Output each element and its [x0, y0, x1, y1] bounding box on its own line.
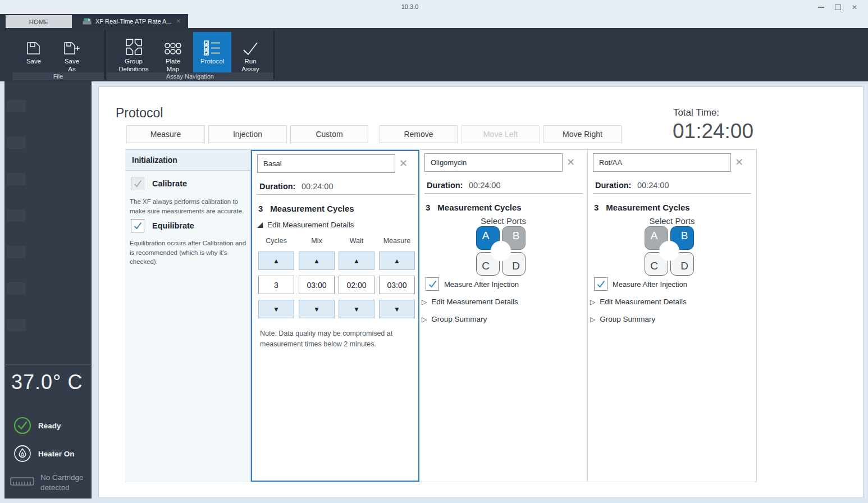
group-definitions-label-1: Group — [125, 58, 143, 65]
basal-edit-details-expander[interactable]: Edit Measurement Details — [257, 221, 354, 229]
protocol-steps-row: Initialization Calibrate The XF always p… — [125, 149, 757, 482]
wait-down-button[interactable]: ▼ — [339, 300, 374, 318]
basal-duration-value: 00:24:00 — [301, 182, 333, 191]
protocol-icon — [193, 32, 231, 56]
oligomycin-port-selector: A B C D — [476, 226, 526, 276]
measure-down-button[interactable]: ▼ — [379, 300, 415, 318]
down-arrow-icon: ▼ — [394, 305, 400, 313]
save-button[interactable]: Save — [16, 32, 52, 72]
protocol-label: Protocol — [193, 58, 231, 66]
rot-aa-name-input[interactable] — [593, 153, 731, 172]
spinner-header-cycles: Cycles — [258, 237, 294, 245]
oligomycin-name-input[interactable] — [424, 153, 563, 172]
remove-button[interactable]: Remove — [380, 125, 458, 143]
expander-collapsed-icon: ▷ — [422, 316, 427, 323]
content-panel: Protocol Measure Injection Custom Remove… — [98, 86, 864, 497]
maximize-button[interactable] — [830, 0, 846, 14]
up-arrow-icon: ▲ — [353, 257, 360, 265]
minimize-button[interactable] — [813, 0, 829, 14]
sidebar-divider — [6, 364, 90, 364]
oligomycin-select-ports-label: Select Ports — [419, 216, 587, 226]
basal-cycles-label: Measurement Cycles — [270, 204, 354, 213]
rot-aa-edit-details-label: Edit Measurement Details — [600, 298, 687, 306]
up-arrow-icon: ▲ — [313, 257, 320, 265]
rot-aa-remove-icon[interactable]: ✕ — [735, 156, 743, 168]
wait-value[interactable]: 02:00 — [339, 276, 374, 294]
save-as-icon — [54, 32, 90, 56]
cycles-up-button[interactable]: ▲ — [258, 252, 294, 270]
equilibrate-check-icon — [132, 220, 143, 231]
protocol-button[interactable]: Protocol — [193, 32, 231, 72]
oligomycin-cycles-line: 3Measurement Cycles — [426, 203, 522, 212]
rot-aa-group-summary-label: Group Summary — [600, 315, 655, 323]
rot-aa-measure-after-checkbox[interactable] — [594, 277, 607, 291]
rot-aa-cycles-count: 3 — [594, 203, 599, 212]
oligomycin-edit-details-expander[interactable]: ▷ Edit Measurement Details — [422, 298, 518, 306]
cartridge-label: No Cartridge detected — [40, 473, 92, 492]
basal-duration-label: Duration: — [259, 182, 295, 191]
rot-aa-group-summary-expander[interactable]: ▷ Group Summary — [590, 315, 655, 323]
expander-collapsed-icon: ▷ — [590, 316, 595, 323]
run-assay-label-2: Assay — [241, 66, 259, 72]
sidebar-placeholder — [7, 282, 26, 295]
minimize-icon — [818, 7, 824, 8]
move-right-button[interactable]: Move Right — [543, 125, 622, 143]
cycles-down-button[interactable]: ▼ — [258, 300, 294, 318]
initialization-header: Initialization — [125, 150, 250, 171]
mix-down-button[interactable]: ▼ — [299, 300, 335, 318]
calibrate-check-icon — [132, 178, 143, 189]
mix-value[interactable]: 03:00 — [299, 276, 335, 294]
expander-expanded-icon — [257, 222, 263, 228]
injection-button[interactable]: Injection — [208, 125, 287, 143]
oligomycin-remove-icon[interactable]: ✕ — [567, 156, 575, 168]
sidebar-placeholder — [7, 100, 26, 112]
tab-home[interactable]: HOME — [6, 15, 72, 28]
status-heater: Heater On — [13, 445, 75, 463]
expander-collapsed-icon: ▷ — [422, 299, 427, 305]
equilibrate-checkbox[interactable] — [131, 219, 144, 232]
tab-assay-file[interactable]: XF Real-Time ATP Rate A... ✕ — [77, 14, 185, 28]
window-title: 10.3.0 — [368, 3, 452, 10]
ribbon-separator — [273, 30, 275, 79]
up-arrow-icon: ▲ — [273, 257, 280, 265]
oligomycin-measure-after-checkbox[interactable] — [426, 277, 439, 291]
basal-cycles-count: 3 — [258, 204, 263, 213]
cartridge-icon — [10, 477, 35, 489]
heater-label: Heater On — [38, 450, 75, 458]
tab-home-label: HOME — [29, 19, 49, 25]
basal-step-panel[interactable]: ✕ Duration: 00:24:00 3Measurement Cycles… — [251, 150, 419, 482]
calibrate-label: Calibrate — [152, 179, 187, 188]
rot-aa-step-panel[interactable]: ✕ Duration: 00:24:00 3Measurement Cycles… — [588, 150, 757, 482]
oligomycin-group-summary-label: Group Summary — [431, 315, 487, 323]
cycles-value[interactable]: 3 — [258, 276, 294, 294]
wait-up-button[interactable]: ▲ — [339, 252, 374, 270]
sidebar-placeholder — [7, 173, 26, 185]
plate-map-button[interactable]: PlateMap — [157, 32, 189, 72]
close-button[interactable]: ✕ — [847, 0, 862, 14]
tab-close-icon[interactable]: ✕ — [176, 18, 181, 24]
oligomycin-step-panel[interactable]: ✕ Duration: 00:24:00 3Measurement Cycles… — [419, 150, 588, 482]
ribbon: Save SaveAs GroupDefinitions — [0, 28, 868, 81]
ribbon-separator — [104, 30, 106, 79]
measure-button[interactable]: Measure — [126, 125, 205, 143]
spinner-header-measure: Measure — [379, 237, 415, 245]
calibrate-description: The XF always performs calibration to ma… — [130, 197, 246, 216]
group-definitions-button[interactable]: GroupDefinitions — [112, 32, 155, 72]
mix-up-button[interactable]: ▲ — [299, 252, 335, 270]
basal-remove-icon[interactable]: ✕ — [399, 157, 408, 170]
oligomycin-group-summary-expander[interactable]: ▷ Group Summary — [422, 315, 487, 323]
measure-up-button[interactable]: ▲ — [379, 252, 415, 270]
rot-aa-edit-details-expander[interactable]: ▷ Edit Measurement Details — [590, 298, 687, 306]
maximize-icon — [835, 4, 841, 10]
total-time-value: 01:24:00 — [673, 120, 753, 143]
save-as-button[interactable]: SaveAs — [54, 32, 90, 72]
run-assay-button[interactable]: RunAssay — [232, 32, 268, 72]
basal-name-input[interactable] — [257, 154, 395, 173]
measure-value[interactable]: 03:00 — [379, 276, 415, 294]
basal-cycles-line: 3Measurement Cycles — [258, 204, 354, 213]
assay-file-icon — [82, 17, 92, 25]
ribbon-group-file: File — [12, 72, 104, 80]
custom-button[interactable]: Custom — [290, 125, 368, 143]
tab-strip: HOME XF Real-Time ATP Rate A... ✕ — [0, 14, 868, 28]
heater-flame-icon — [13, 445, 31, 463]
